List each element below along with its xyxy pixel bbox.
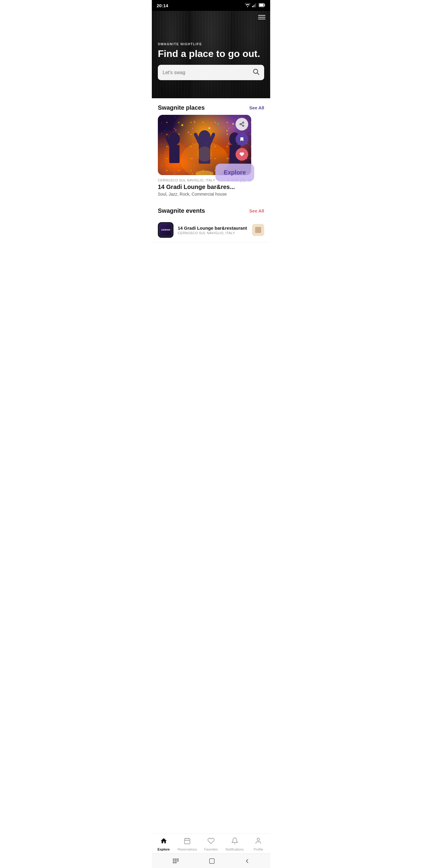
places-section-title: Swagnite places	[158, 104, 205, 111]
svg-point-23	[197, 147, 212, 161]
main-content: Swagnite places See All	[152, 98, 270, 267]
svg-rect-28	[187, 131, 189, 133]
svg-point-33	[240, 124, 241, 125]
hero-subtitle: SWAGNITE NIGHTLIFE	[158, 42, 264, 46]
svg-point-34	[242, 125, 244, 127]
event-details: 14 Gradi Lounge bar&restaurant CERNUSCO …	[178, 225, 248, 235]
places-section-header: Swagnite places See All	[152, 98, 270, 115]
status-icons	[245, 3, 265, 8]
search-icon[interactable]	[253, 68, 259, 76]
explore-button[interactable]: Explore	[215, 164, 254, 181]
search-bar[interactable]	[158, 65, 264, 80]
signal-icon	[252, 3, 257, 8]
hero-section: SWAGNITE NIGHTLIFE Find a place to go ou…	[152, 11, 270, 98]
event-image-placeholder	[252, 224, 264, 236]
places-scroll-container: CERNUSCO SUL NAVIGLIO, ITALY ★ 0,00 (0) …	[152, 115, 270, 201]
save-button[interactable]	[235, 133, 248, 146]
places-see-all[interactable]: See All	[250, 105, 264, 110]
event-item: 14GRADI 14 Gradi Lounge bar&restaurant C…	[152, 218, 270, 242]
event-location: CERNUSCO SUL NAVIGLIO, ITALY	[178, 231, 248, 235]
svg-point-8	[254, 69, 258, 73]
explore-label: Explore	[224, 169, 246, 176]
hero-content: SWAGNITE NIGHTLIFE Find a place to go ou…	[158, 42, 264, 80]
svg-line-36	[241, 123, 242, 124]
hero-title: Find a place to go out.	[158, 48, 264, 59]
svg-rect-4	[255, 3, 256, 7]
events-see-all[interactable]: See All	[250, 208, 264, 213]
svg-rect-2	[253, 5, 254, 7]
svg-rect-6	[259, 4, 264, 6]
svg-point-32	[242, 122, 244, 124]
place-card: CERNUSCO SUL NAVIGLIO, ITALY ★ 0,00 (0) …	[158, 115, 251, 196]
search-input[interactable]	[163, 70, 250, 75]
svg-rect-27	[226, 130, 228, 131]
svg-rect-3	[254, 4, 255, 7]
svg-point-0	[247, 6, 248, 7]
status-time: 20:14	[157, 3, 168, 8]
svg-rect-7	[264, 4, 265, 6]
place-name: 14 Gradi Lounge bar&res...	[158, 184, 251, 190]
svg-point-30	[232, 123, 234, 125]
event-name: 14 Gradi Lounge bar&restaurant	[178, 225, 248, 230]
event-logo-text: 14GRADI	[161, 229, 170, 231]
place-genre: Soul, Jazz, Rock, Commercial house	[158, 192, 251, 196]
share-button[interactable]	[235, 118, 248, 130]
battery-icon	[259, 3, 265, 8]
svg-point-31	[175, 129, 176, 130]
events-section-title: Swagnite events	[158, 207, 205, 214]
menu-button[interactable]	[258, 15, 265, 19]
event-logo-inner: 14GRADI	[159, 224, 172, 236]
like-button[interactable]	[235, 148, 248, 161]
svg-rect-25	[194, 121, 195, 123]
svg-rect-29	[208, 127, 210, 129]
card-actions	[235, 118, 248, 161]
place-location-text: CERNUSCO SUL NAVIGLIO, ITALY	[158, 179, 215, 182]
status-bar: 20:14	[152, 0, 270, 11]
svg-rect-24	[181, 124, 184, 126]
svg-rect-1	[252, 6, 253, 7]
svg-rect-37	[255, 227, 261, 233]
svg-line-9	[257, 73, 259, 75]
svg-line-35	[241, 124, 242, 125]
events-section-header: Swagnite events See All	[152, 201, 270, 218]
svg-rect-26	[217, 122, 219, 125]
event-logo: 14GRADI	[158, 222, 173, 238]
wifi-icon	[245, 3, 250, 8]
